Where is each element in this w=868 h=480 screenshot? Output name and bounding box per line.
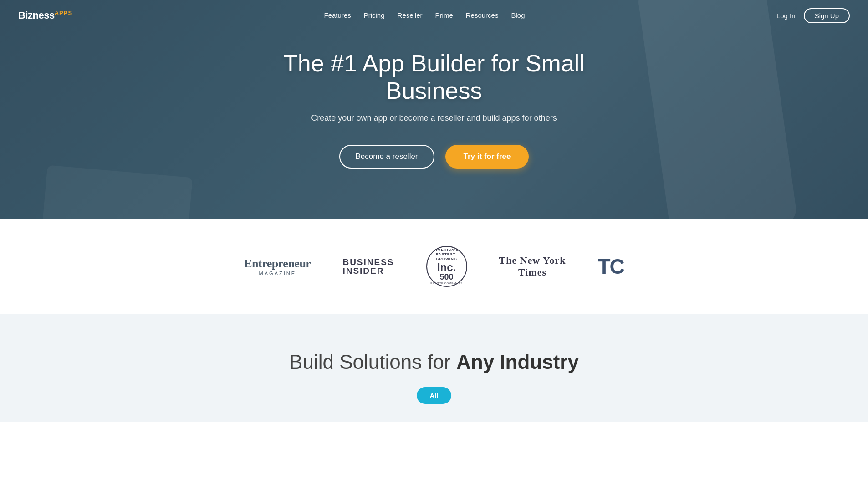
build-title: Build Solutions for Any Industry (18, 351, 850, 373)
nav-item-pricing[interactable]: Pricing (364, 11, 385, 20)
hero-subtitle: Create your own app or become a reseller… (261, 113, 607, 123)
all-tab[interactable]: All (417, 387, 451, 404)
hero-title: The #1 App Builder for Small Business (261, 50, 607, 105)
try-free-button[interactable]: Try it for free (445, 145, 529, 169)
press-logos-section: Entrepreneur Magazine Business Insider A… (0, 219, 868, 314)
nav-item-resources[interactable]: Resources (466, 11, 499, 20)
nytimes-logo: The New York Times (499, 255, 566, 279)
inc-num-text: 500 (440, 273, 454, 281)
nav-links: Features Pricing Reseller Prime Resource… (324, 11, 525, 20)
bi-line1: Business (342, 258, 394, 266)
nav-item-prime[interactable]: Prime (435, 11, 453, 20)
become-reseller-button[interactable]: Become a reseller (339, 145, 434, 169)
signup-button[interactable]: Sign Up (804, 8, 850, 23)
inc-top-text: AMERICA'S FASTEST-GROWING (427, 248, 466, 262)
nav-item-blog[interactable]: Blog (511, 11, 525, 20)
hero-content: The #1 App Builder for Small Business Cr… (252, 50, 616, 169)
tc-text: TC (597, 254, 623, 279)
inc500-logo: AMERICA'S FASTEST-GROWING Inc. 500 PRIVA… (426, 246, 467, 287)
inc-main-text: Inc. (437, 262, 456, 273)
build-tabs-row: All (18, 387, 850, 404)
entrepreneur-name: Entrepreneur (244, 257, 311, 271)
inc-bottom-text: PRIVATE COMPANIES (430, 282, 463, 286)
nyt-line1: The New York (499, 255, 566, 266)
nav-item-reseller[interactable]: Reseller (398, 11, 423, 20)
entrepreneur-logo: Entrepreneur Magazine (244, 257, 311, 276)
bi-line2: Insider (342, 266, 384, 275)
nav-item-features[interactable]: Features (324, 11, 351, 20)
hero-section: The #1 App Builder for Small Business Cr… (0, 0, 868, 219)
brand-name: BiznessAPPS (18, 10, 72, 21)
navigation: BiznessAPPS Features Pricing Reseller Pr… (0, 0, 868, 31)
build-solutions-section: Build Solutions for Any Industry All (0, 314, 868, 422)
techcrunch-logo: TC (597, 254, 623, 279)
logo[interactable]: BiznessAPPS (18, 10, 72, 21)
entrepreneur-magazine: Magazine (259, 271, 296, 276)
login-button[interactable]: Log In (776, 12, 796, 20)
nav-actions: Log In Sign Up (776, 8, 850, 23)
hero-buttons: Become a reseller Try it for free (261, 145, 607, 169)
nyt-line2: Times (518, 266, 546, 278)
business-insider-logo: Business Insider (342, 258, 394, 275)
